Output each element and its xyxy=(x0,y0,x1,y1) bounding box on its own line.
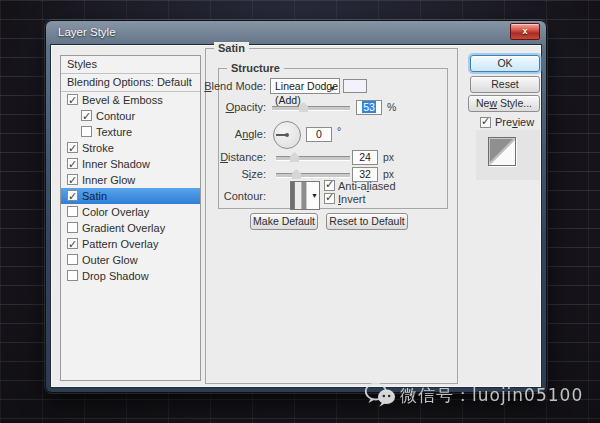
layer-style-dialog: Layer Style x Styles Blending Options: D… xyxy=(46,21,546,392)
checkbox-icon[interactable] xyxy=(67,142,78,153)
angle-label: Angle: xyxy=(156,127,266,141)
chevron-down-icon: ▼ xyxy=(311,192,318,199)
anti-aliased-label: Anti-aliased xyxy=(338,179,408,193)
structure-legend: Structure xyxy=(227,62,284,75)
opacity-label: Opacity: xyxy=(156,100,266,114)
satin-legend: Satin xyxy=(214,42,249,55)
make-default-button[interactable]: Make Default xyxy=(250,213,318,230)
invert-checkbox[interactable] xyxy=(324,193,335,204)
preview-panel xyxy=(476,130,540,180)
new-style-button[interactable]: New Style... xyxy=(468,95,540,112)
checkbox-icon[interactable] xyxy=(67,222,78,233)
angle-input[interactable]: 0 xyxy=(306,127,332,142)
sidebar-item-label: Drop Shadow xyxy=(82,268,149,284)
watermark-text: 微信号：luojin05100 xyxy=(400,384,583,407)
checkbox-icon[interactable] xyxy=(67,270,78,281)
distance-input[interactable]: 24 xyxy=(352,150,378,165)
opacity-unit: % xyxy=(387,101,396,113)
angle-dial-center xyxy=(285,133,289,137)
anti-aliased-checkbox[interactable] xyxy=(324,180,335,191)
size-slider[interactable] xyxy=(276,173,350,178)
checkbox-icon[interactable] xyxy=(67,206,78,217)
angle-unit: ° xyxy=(337,125,341,137)
checkbox-icon[interactable] xyxy=(67,238,78,249)
checkbox-icon[interactable] xyxy=(67,158,78,169)
sidebar-item-label: Texture xyxy=(96,124,132,140)
sidebar-item-label: Inner Glow xyxy=(82,172,135,188)
checkbox-icon[interactable] xyxy=(81,126,92,137)
size-label: Size: xyxy=(156,167,266,181)
preview-checkbox[interactable] xyxy=(480,117,491,128)
dialog-title: Layer Style xyxy=(58,26,116,38)
watermark: 微信号：luojin05100 xyxy=(364,380,583,410)
distance-label: Distance: xyxy=(156,150,266,164)
checkbox-icon[interactable] xyxy=(67,190,78,201)
contour-label: Contour: xyxy=(156,189,266,203)
reset-to-default-button[interactable]: Reset to Default xyxy=(326,213,408,230)
sidebar-item-label: Pattern Overlay xyxy=(82,236,158,252)
reset-button[interactable]: Reset xyxy=(470,76,540,93)
sidebar-item-drop-shadow[interactable]: Drop Shadow xyxy=(61,268,200,284)
preview-label: Preview xyxy=(495,116,534,128)
wechat-icon xyxy=(364,380,400,410)
brick-wall-background: Layer Style x Styles Blending Options: D… xyxy=(0,0,600,423)
sidebar-item-label: Contour xyxy=(96,108,135,124)
checkbox-icon[interactable] xyxy=(81,110,92,121)
close-button[interactable]: x xyxy=(510,23,540,40)
style-items-container: Bevel & EmbossContourTextureStrokeInner … xyxy=(61,92,200,284)
blend-mode-label: Blend Mode: xyxy=(156,79,266,93)
sidebar-item-label: Stroke xyxy=(82,140,114,156)
sidebar-item-color-overlay[interactable]: Color Overlay xyxy=(61,204,200,220)
blend-mode-select[interactable]: Linear Dodge (Add) ▼ xyxy=(270,78,340,94)
opacity-value-selected: 53 xyxy=(362,101,376,113)
checkbox-icon[interactable] xyxy=(67,94,78,105)
sidebar-item-label: Gradient Overlay xyxy=(82,220,165,236)
sidebar-item-label: Inner Shadow xyxy=(82,156,150,172)
sidebar-item-outer-glow[interactable]: Outer Glow xyxy=(61,252,200,268)
style-preview-thumbnail xyxy=(488,137,516,166)
checkbox-icon[interactable] xyxy=(67,254,78,265)
sidebar-item-label: Bevel & Emboss xyxy=(82,92,163,108)
invert-label: Invert xyxy=(338,192,408,206)
sidebar-item-pattern-overlay[interactable]: Pattern Overlay xyxy=(61,236,200,252)
distance-slider[interactable] xyxy=(276,156,350,161)
opacity-slider[interactable] xyxy=(272,106,350,111)
satin-color-swatch[interactable] xyxy=(343,79,367,93)
angle-dial[interactable] xyxy=(273,121,301,149)
ok-button[interactable]: OK xyxy=(470,55,540,72)
sidebar-item-gradient-overlay[interactable]: Gradient Overlay xyxy=(61,220,200,236)
sidebar-item-label: Color Overlay xyxy=(82,204,149,220)
styles-header-label: Styles xyxy=(67,58,97,70)
checkbox-icon[interactable] xyxy=(67,174,78,185)
styles-header-row[interactable]: Styles xyxy=(61,56,200,74)
sidebar-item-label: Satin xyxy=(82,188,107,204)
dialog-titlebar[interactable]: Layer Style x xyxy=(46,21,546,44)
contour-picker[interactable]: ▼ xyxy=(290,181,320,210)
distance-unit: px xyxy=(383,151,394,163)
opacity-input[interactable]: 53 xyxy=(356,100,382,115)
chevron-down-icon: ▼ xyxy=(329,82,336,96)
sidebar-item-label: Outer Glow xyxy=(82,252,138,268)
